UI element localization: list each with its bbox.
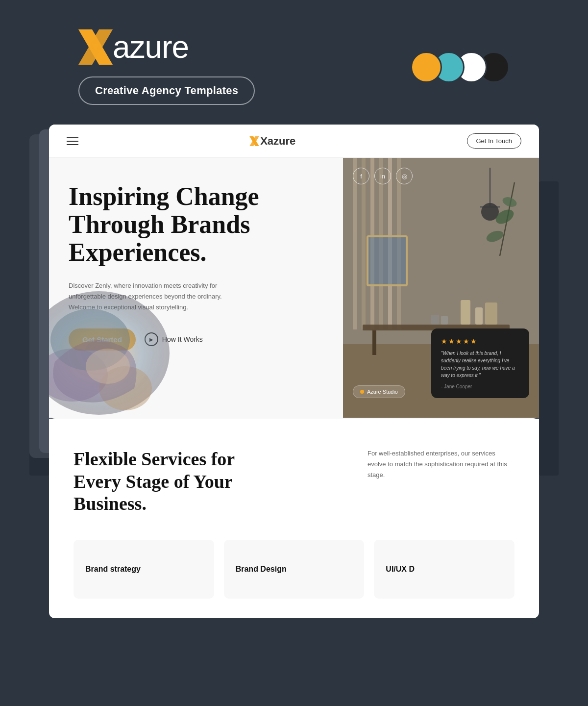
service-card-title-strategy: Brand strategy bbox=[85, 565, 141, 574]
ink-splash-decoration bbox=[49, 261, 196, 418]
x-logo-icon bbox=[78, 29, 113, 65]
service-card-strategy: Brand strategy bbox=[74, 540, 214, 599]
hero-left: Inspiring Change Through Brands Experien… bbox=[49, 158, 343, 418]
studio-badge: Azure Studio bbox=[353, 385, 405, 398]
color-swatches bbox=[411, 51, 510, 83]
swatch-orange bbox=[411, 51, 442, 83]
logo-area: azure Creative Agency Templates bbox=[78, 29, 255, 105]
page-background: azure Creative Agency Templates bbox=[0, 0, 588, 706]
hero-section: Inspiring Change Through Brands Experien… bbox=[49, 158, 539, 418]
hero-title: Inspiring Change Through Brands Experien… bbox=[69, 182, 314, 267]
testimonial-author: - Jane Cooper bbox=[441, 384, 519, 389]
services-title: Flexible Services for Every Stage of You… bbox=[74, 448, 260, 515]
svg-rect-30 bbox=[431, 315, 439, 325]
svg-rect-29 bbox=[485, 303, 497, 325]
svg-rect-20 bbox=[372, 330, 376, 355]
service-card-design: Brand Design bbox=[224, 540, 365, 599]
social-icons: f in ◎ bbox=[353, 168, 413, 184]
facebook-icon[interactable]: f bbox=[353, 168, 369, 184]
template-badge: Creative Agency Templates bbox=[78, 76, 255, 105]
get-in-touch-button[interactable]: Get In Touch bbox=[467, 133, 521, 149]
nav-logo-text: Xazure bbox=[260, 135, 295, 148]
testimonial-card: ★★★★★ "When I look at this brand, I sudd… bbox=[431, 328, 529, 398]
service-card-title-design: Brand Design bbox=[236, 565, 287, 574]
svg-rect-27 bbox=[461, 300, 470, 325]
hero-right: f in ◎ Azure Studio bbox=[343, 158, 539, 418]
hamburger-line-1 bbox=[67, 137, 78, 138]
linkedin-icon[interactable]: in bbox=[374, 168, 391, 184]
services-header: Flexible Services for Every Stage of You… bbox=[74, 448, 514, 515]
services-section: Flexible Services for Every Stage of You… bbox=[49, 419, 539, 618]
service-card-ux: UI/UX D bbox=[374, 540, 514, 599]
studio-text: Azure Studio bbox=[367, 389, 398, 395]
testimonial-quote: "When I look at this brand, I suddenly r… bbox=[441, 350, 519, 379]
header-section: azure Creative Agency Templates bbox=[0, 0, 588, 125]
service-card-title-ux: UI/UX D bbox=[386, 565, 415, 574]
card-nav: Xazure Get In Touch bbox=[49, 125, 539, 158]
services-description: For well-established enterprises, our se… bbox=[368, 448, 514, 480]
hamburger-menu[interactable] bbox=[67, 137, 78, 145]
nav-logo: Xazure bbox=[249, 135, 295, 148]
brand-logo: azure bbox=[78, 29, 255, 65]
interior-image: f in ◎ Azure Studio bbox=[343, 158, 539, 418]
svg-rect-31 bbox=[441, 316, 448, 325]
instagram-icon[interactable]: ◎ bbox=[396, 168, 413, 184]
side-panel-right bbox=[539, 181, 559, 476]
logo-text: azure bbox=[113, 31, 189, 63]
svg-rect-28 bbox=[475, 307, 483, 325]
testimonial-stars: ★★★★★ bbox=[441, 337, 519, 346]
hamburger-line-3 bbox=[67, 144, 78, 145]
nav-x-icon bbox=[249, 136, 259, 146]
card-wrapper: Xazure Get In Touch Inspiring Change Thr… bbox=[49, 125, 539, 419]
main-card: Xazure Get In Touch Inspiring Change Thr… bbox=[49, 125, 539, 419]
studio-dot bbox=[360, 390, 364, 394]
svg-rect-22 bbox=[368, 236, 407, 285]
svg-point-9 bbox=[86, 349, 130, 384]
hamburger-line-2 bbox=[67, 141, 78, 142]
services-cards: Brand strategy Brand Design UI/UX D bbox=[74, 540, 514, 599]
